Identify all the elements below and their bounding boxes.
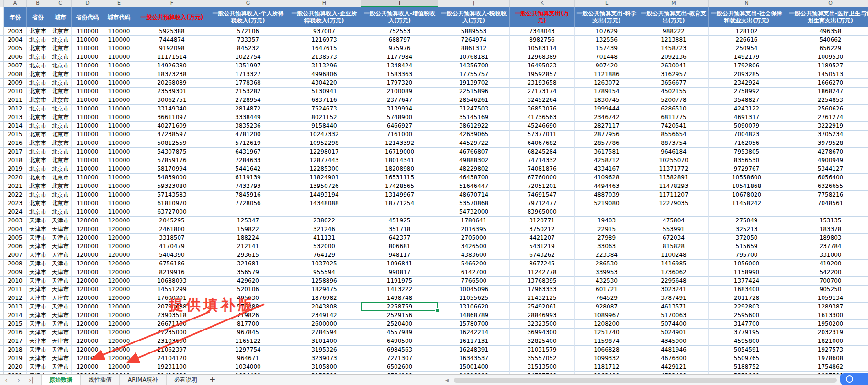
cell[interactable]: 35145169 — [438, 113, 510, 122]
sheet-tab-线性插值[interactable]: 线性插值 — [80, 375, 120, 385]
cell[interactable]: 4494463 — [575, 182, 639, 191]
cell[interactable]: 16719000 — [361, 148, 438, 156]
cell[interactable]: 北京市 — [49, 113, 72, 122]
cell[interactable]: 11824901 — [287, 174, 361, 182]
cell[interactable]: 11055625 — [438, 294, 510, 303]
cell[interactable]: 天津市 — [49, 268, 72, 277]
cell[interactable]: 451925 — [361, 217, 438, 225]
cell[interactable]: 天津市 — [27, 277, 49, 286]
cell[interactable]: 7162056 — [709, 139, 785, 148]
cell[interactable]: 3617581 — [575, 148, 639, 156]
cell[interactable]: 1413222 — [361, 286, 438, 294]
cell[interactable]: 天津市 — [49, 251, 72, 260]
cell[interactable]: 1789154 — [575, 88, 639, 96]
cell[interactable]: 432530 — [575, 277, 639, 286]
cell[interactable]: 11711207 — [639, 191, 709, 199]
cell[interactable]: 110000 — [103, 182, 135, 191]
cell[interactable]: 3779195 — [709, 329, 785, 337]
cell[interactable]: 120000 — [72, 268, 103, 277]
column-header-B[interactable]: 省份 — [27, 7, 49, 27]
cell[interactable]: 72051201 — [510, 182, 575, 191]
cell[interactable]: 1868247 — [785, 88, 868, 96]
cell[interactable]: 2008 — [4, 70, 27, 79]
cell[interactable]: 北京市 — [49, 174, 72, 182]
cell[interactable]: 14551299 — [135, 286, 209, 294]
cell[interactable]: 411131 — [287, 234, 361, 242]
cell[interactable]: 110000 — [72, 156, 103, 165]
cell[interactable]: 7953805 — [709, 148, 785, 156]
cell[interactable]: 2032319 — [785, 329, 868, 337]
cell[interactable]: 27173174 — [510, 88, 575, 96]
cell[interactable]: 6756186 — [135, 260, 209, 268]
cell[interactable]: 4170479 — [135, 242, 209, 251]
cell[interactable]: 815828 — [639, 242, 709, 251]
cell[interactable]: 2014 — [4, 122, 27, 131]
cell[interactable]: 2010 — [4, 88, 27, 96]
cell[interactable]: 1177984 — [361, 53, 438, 62]
cell[interactable]: 237784 — [785, 242, 868, 251]
cell[interactable]: 120000 — [103, 337, 135, 346]
cell[interactable]: 120000 — [103, 363, 135, 372]
cell[interactable]: 120000 — [103, 329, 135, 337]
cell[interactable]: 天津市 — [49, 320, 72, 329]
cell[interactable]: 120000 — [72, 311, 103, 320]
cell[interactable]: 2005 — [4, 234, 27, 242]
cell[interactable]: 2015 — [4, 320, 27, 329]
cell[interactable]: 天津市 — [27, 303, 49, 311]
cell[interactable]: 2043808 — [287, 303, 361, 311]
cell[interactable]: 9192098 — [135, 44, 209, 53]
cell[interactable]: 1208200 — [575, 320, 639, 329]
cell[interactable]: 6502600 — [361, 363, 438, 372]
cell[interactable]: 2342924 — [709, 79, 785, 88]
cell[interactable]: 110000 — [72, 27, 103, 36]
cell[interactable]: 天津市 — [49, 311, 72, 320]
cell[interactable]: 1297754 — [209, 346, 287, 354]
cell[interactable]: 5466200 — [438, 260, 510, 268]
cell[interactable]: 2018 — [4, 156, 27, 165]
cell[interactable]: 天津市 — [49, 242, 72, 251]
column-header-I[interactable]: 一般公共预算收入-增值税收入(万元) — [361, 7, 438, 27]
column-header-C[interactable]: 城市 — [49, 7, 72, 27]
cell[interactable]: 7444874 — [135, 36, 209, 44]
cell[interactable]: 642377 — [361, 234, 438, 242]
cell[interactable]: 6984563 — [361, 346, 438, 354]
cell[interactable]: 北京市 — [49, 27, 72, 36]
cell[interactable]: 21432125 — [510, 294, 575, 303]
cell[interactable]: 北京市 — [27, 88, 49, 96]
cell[interactable]: 6142700 — [438, 268, 510, 277]
cell[interactable]: 5090079 — [709, 122, 785, 131]
cell[interactable]: 19139702 — [438, 79, 510, 88]
cell[interactable]: 120000 — [103, 242, 135, 251]
cell[interactable]: 1683400 — [709, 286, 785, 294]
cell[interactable]: 2705000 — [438, 234, 510, 242]
cell[interactable]: 2023 — [4, 199, 27, 208]
cell[interactable]: 6466927 — [361, 122, 438, 131]
cell[interactable]: 817700 — [209, 320, 287, 329]
cell[interactable]: 7348043 — [510, 27, 575, 36]
cell[interactable]: 1492179 — [709, 53, 785, 62]
cell[interactable]: 5712619 — [209, 139, 287, 148]
cell[interactable] — [639, 208, 709, 217]
cell[interactable]: 13149967 — [361, 191, 438, 199]
cell[interactable]: 19403 — [575, 217, 639, 225]
cell[interactable]: 1613300 — [785, 311, 868, 320]
cell[interactable]: 天津市 — [27, 268, 49, 277]
cell[interactable]: 540662 — [785, 36, 868, 44]
tabs-scroll-last-icon[interactable]: ›| — [25, 375, 37, 385]
cell[interactable]: 1351997 — [209, 62, 287, 70]
cell[interactable]: 110000 — [103, 70, 135, 79]
cell[interactable]: 32825400 — [510, 337, 575, 346]
cell[interactable]: 74714332 — [510, 156, 575, 165]
cell[interactable]: 北京市 — [49, 139, 72, 148]
cell[interactable]: 45246690 — [510, 122, 575, 131]
cell[interactable]: 120000 — [72, 234, 103, 242]
cell[interactable]: 2017 — [4, 337, 27, 346]
cell[interactable]: 1289387 — [785, 303, 868, 311]
cell[interactable]: 8861312 — [438, 44, 510, 53]
cell[interactable]: 1736062 — [639, 268, 709, 277]
cell[interactable]: 北京市 — [27, 27, 49, 36]
cell[interactable]: 4691317 — [709, 113, 785, 122]
cell[interactable]: 975976 — [361, 44, 438, 53]
cell[interactable]: 28546261 — [438, 96, 510, 105]
column-letter-O[interactable]: O — [785, 0, 868, 7]
